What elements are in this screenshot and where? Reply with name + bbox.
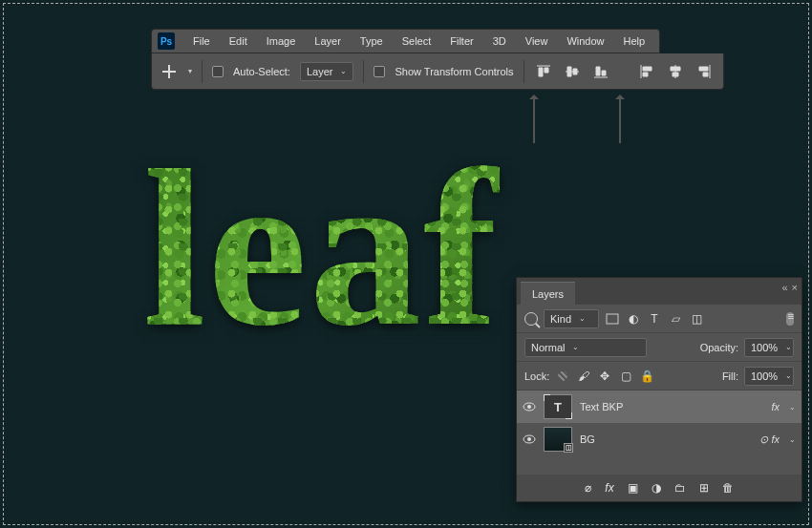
layer-thumbnail[interactable]: T (544, 394, 572, 419)
chevron-down-icon: ⌄ (579, 314, 586, 323)
menu-view[interactable]: View (517, 32, 557, 51)
separator (202, 60, 203, 83)
filter-kind-dropdown[interactable]: Kind ⌄ (544, 309, 599, 328)
app-menubar: Ps File Edit Image Layer Type Select Fil… (151, 29, 660, 53)
filter-adjustment-icon[interactable]: ◐ (626, 312, 641, 326)
add-fx-icon[interactable]: fx (605, 481, 613, 495)
menu-image[interactable]: Image (258, 32, 305, 51)
chevron-down-icon[interactable]: ⌄ (789, 435, 796, 444)
separator (524, 60, 524, 83)
layer-filter-row: Kind ⌄ ◐ T ▱ ◫ (517, 305, 801, 333)
callout-arrow (533, 95, 535, 143)
auto-select-target-dropdown[interactable]: Layer ⌄ (300, 62, 354, 81)
filter-pixel-icon[interactable] (605, 312, 620, 326)
chevron-down-icon: ⌄ (785, 343, 792, 351)
chevron-down-icon: ⌄ (340, 67, 347, 75)
add-mask-icon[interactable]: ▣ (628, 481, 638, 495)
svg-point-2 (527, 405, 531, 409)
layer-name[interactable]: BG (580, 433, 595, 445)
auto-select-label: Auto-Select: (233, 66, 290, 77)
opacity-input[interactable]: 100% ⌄ (744, 338, 794, 357)
visibility-toggle[interactable] (523, 433, 536, 446)
lock-fill-row: Lock: 🖌 ✥ ▢ 🔒 Fill: 100% ⌄ (517, 362, 801, 391)
filter-shape-icon[interactable]: ▱ (668, 312, 683, 326)
layer-fx-badge[interactable]: ⊙ fx (759, 433, 780, 446)
opacity-label: Opacity: (700, 342, 738, 353)
align-hcenter-button[interactable] (666, 62, 685, 81)
lock-image-icon[interactable]: 🖌 (576, 370, 591, 383)
menu-edit[interactable]: Edit (221, 32, 256, 51)
blend-opacity-row: Normal ⌄ Opacity: 100% ⌄ (517, 333, 801, 362)
show-transform-checkbox[interactable] (374, 66, 385, 77)
menu-3d[interactable]: 3D (484, 32, 515, 51)
layers-panel-footer: ⌀ fx ▣ ◑ 🗀 ⊞ 🗑 (517, 475, 801, 501)
link-layers-icon[interactable]: ⌀ (585, 481, 591, 495)
callout-arrow (619, 95, 621, 143)
blend-mode-value: Normal (531, 342, 565, 353)
align-top-button[interactable] (534, 62, 553, 81)
layers-panel: Layers « × ≡ Kind ⌄ ◐ T ▱ ◫ Normal ⌄ Opa… (516, 277, 802, 502)
app-logo: Ps (158, 32, 175, 50)
new-group-icon[interactable]: 🗀 (674, 481, 686, 495)
search-icon (524, 312, 538, 326)
menu-file[interactable]: File (184, 32, 219, 51)
visibility-toggle[interactable] (523, 400, 536, 413)
options-bar: ▾ Auto-Select: Layer ⌄ Show Transform Co… (151, 53, 724, 90)
panel-flyout-menu-icon[interactable]: ≡ (788, 310, 794, 322)
menu-type[interactable]: Type (352, 32, 392, 51)
chevron-down-icon[interactable]: ⌄ (789, 403, 796, 412)
align-bottom-button[interactable] (591, 62, 610, 81)
show-transform-label: Show Transform Controls (395, 66, 513, 77)
lock-transparency-icon[interactable] (555, 370, 570, 383)
auto-select-target-value: Layer (307, 66, 333, 77)
smart-object-icon: ◫ (564, 443, 573, 453)
panel-close-icon[interactable]: × (792, 282, 798, 293)
separator (363, 60, 364, 83)
layer-thumbnail[interactable]: ◫ (544, 427, 572, 452)
align-vcenter-button[interactable] (563, 62, 582, 81)
align-left-button[interactable] (637, 62, 656, 81)
layer-fx-badge[interactable]: fx (771, 401, 780, 412)
filter-kind-value: Kind (550, 313, 571, 325)
canvas-text-art: leaf (143, 119, 500, 377)
lock-label: Lock: (524, 370, 549, 382)
svg-point-4 (527, 437, 531, 441)
tab-layers[interactable]: Layers (521, 282, 575, 305)
menu-window[interactable]: Window (558, 32, 612, 51)
fill-value: 100% (751, 370, 778, 382)
layer-row[interactable]: T Text BKP fx ⌄ (517, 391, 801, 423)
chevron-down-icon: ⌄ (572, 343, 579, 351)
menu-help[interactable]: Help (615, 32, 654, 51)
align-right-button[interactable] (694, 62, 714, 81)
layer-name[interactable]: Text BKP (580, 401, 623, 412)
lock-position-icon[interactable]: ✥ (597, 370, 612, 383)
menu-layer[interactable]: Layer (306, 32, 350, 51)
menu-select[interactable]: Select (394, 32, 440, 51)
layer-row[interactable]: ◫ BG ⊙ fx ⌄ (517, 423, 801, 455)
filter-smartobject-icon[interactable]: ◫ (689, 312, 704, 326)
menu-filter[interactable]: Filter (441, 32, 481, 51)
fill-label: Fill: (722, 370, 738, 382)
svg-rect-0 (607, 314, 618, 324)
panel-tabstrip: Layers « × (517, 278, 801, 305)
delete-layer-icon[interactable]: 🗑 (722, 481, 734, 495)
new-layer-icon[interactable]: ⊞ (699, 481, 709, 495)
tool-preset-chevron-icon[interactable]: ▾ (188, 67, 192, 75)
opacity-value: 100% (751, 342, 778, 353)
auto-select-checkbox[interactable] (212, 66, 224, 77)
lock-artboard-icon[interactable]: ▢ (618, 370, 633, 383)
blend-mode-dropdown[interactable]: Normal ⌄ (524, 338, 647, 357)
filter-type-icon[interactable]: T (647, 312, 662, 326)
lock-all-icon[interactable]: 🔒 (639, 370, 654, 383)
add-adjustment-icon[interactable]: ◑ (652, 481, 661, 495)
chevron-down-icon: ⌄ (785, 371, 792, 380)
move-tool-icon[interactable] (161, 64, 177, 79)
panel-collapse-icon[interactable]: « (781, 282, 787, 293)
fill-input[interactable]: 100% ⌄ (744, 367, 794, 386)
